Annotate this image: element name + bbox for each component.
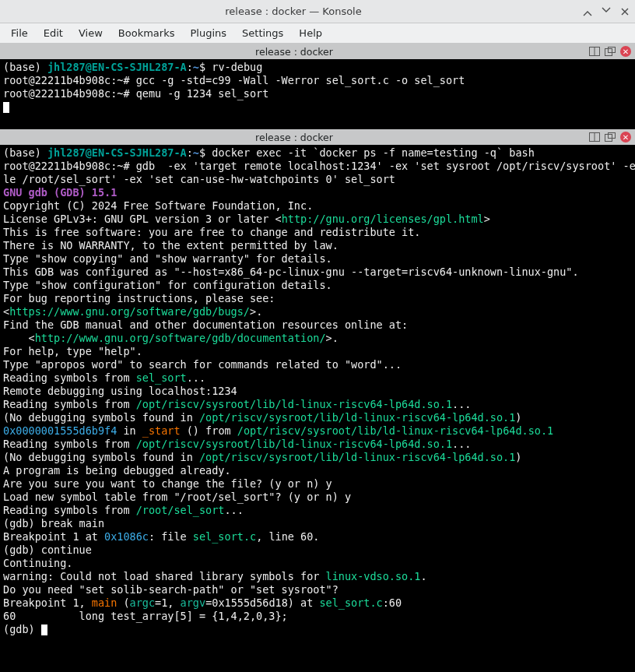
terminal-text: ... (452, 438, 471, 450)
terminal-text: This GDB was configured as "--host=x86_6… (3, 266, 579, 278)
menubar: File Edit View Bookmarks Plugins Setting… (0, 23, 635, 44)
terminal-top-content[interactable]: (base) jhl287@EN-CS-SJHL287-A:~$ rv-debu… (0, 59, 635, 129)
pane-bottom-titlebar: release : docker ✕ (0, 129, 635, 145)
terminal-line: This is free software: you are free to c… (3, 226, 632, 239)
terminal-text: : file (149, 530, 193, 543)
terminal-text: Continuing. (3, 557, 72, 569)
pane-top-split-icon[interactable] (588, 45, 601, 58)
terminal-line: root@22211b4b908c:~# gcc -g -std=c99 -Wa… (3, 74, 632, 87)
menu-plugins[interactable]: Plugins (184, 26, 233, 40)
terminal-line: Load new symbol table from "/root/sel_so… (3, 491, 632, 504)
menu-bookmarks[interactable]: Bookmarks (112, 26, 181, 40)
terminal-text: >. (326, 332, 339, 344)
menu-help[interactable]: Help (293, 26, 328, 40)
terminal-text: Type "show configuration" for configurat… (3, 279, 332, 291)
menu-file[interactable]: File (5, 26, 34, 40)
terminal-line: root@22211b4b908c:~# qemu -g 1234 sel_so… (3, 87, 632, 100)
close-button[interactable] (619, 6, 630, 17)
terminal-line: Reading symbols from sel_sort... (3, 371, 632, 385)
terminal-text: ( (117, 596, 129, 609)
terminal-text: warning: Could not load shared library s… (3, 570, 326, 582)
terminal-line: 60 long test_array[5] = {1,4,2,0,3}; (3, 610, 632, 623)
terminal-text: GNU gdb (GDB) 15.1 (3, 186, 117, 199)
terminal-text: Reading symbols from (3, 504, 136, 516)
terminal-text: jhl287@EN-CS-SJHL287-A (47, 61, 187, 73)
pane-top-controls: ✕ (588, 45, 635, 58)
terminal-line: Continuing. (3, 557, 632, 570)
terminal-text: () from (181, 424, 237, 437)
terminal-text: Load new symbol table from "/root/sel_so… (3, 491, 351, 503)
terminal-pane-bottom: release : docker ✕ (base) jhl287@EN-CS-S… (0, 129, 635, 672)
terminal-text: Type "show copying" and "show warranty" … (3, 252, 332, 265)
terminal-line: Breakpoint 1, main (argc=1, argv=0x1555d… (3, 596, 632, 610)
terminal-line: (gdb) break main (3, 517, 632, 530)
terminal-text: ... (224, 504, 243, 516)
terminal-text: Reading symbols from (3, 398, 136, 410)
terminal-text: ... (452, 398, 471, 410)
terminal-text: : (187, 61, 193, 73)
terminal-text: For bug reporting instructions, please s… (3, 292, 275, 304)
pane-bottom-close-button[interactable]: ✕ (619, 131, 632, 143)
pane-top-close-button[interactable]: ✕ (619, 45, 632, 58)
terminal-text: https://www.gnu.org/software/gdb/bugs/ (9, 305, 250, 318)
pane-bottom-title: release : docker (0, 131, 588, 144)
terminal-text: ) (515, 411, 521, 424)
terminal-text: Breakpoint 1, (3, 596, 92, 609)
minimize-icon (583, 7, 592, 16)
terminal-text: (gdb) continue (3, 544, 92, 556)
close-icon: ✕ (620, 132, 631, 142)
detach-icon (605, 132, 616, 142)
terminal-line: Reading symbols from /opt/riscv/sysroot/… (3, 438, 632, 451)
terminal-text: (No debugging symbols found in (3, 451, 199, 463)
terminal-text: root@22211b4b908c:~# gdb -ex 'target rem… (3, 160, 635, 172)
terminal-text: =1, (155, 596, 181, 609)
terminal-text: , line 60. (256, 530, 319, 543)
terminal-text: > (484, 213, 490, 225)
pane-bottom-detach-icon[interactable] (604, 131, 616, 143)
menu-settings[interactable]: Settings (236, 26, 289, 40)
terminal-text: le /root/sel_sort' -ex 'set can-use-hw-w… (3, 173, 395, 185)
terminal-line: Do you need "set solib-search-path" or "… (3, 583, 632, 596)
terminal-text: :60 (383, 596, 402, 609)
maximize-button[interactable] (601, 6, 612, 17)
terminal-text: /opt/riscv/sysroot/lib/ld-linux-riscv64-… (199, 451, 515, 463)
terminal-line (3, 100, 632, 114)
menu-edit[interactable]: Edit (37, 26, 69, 40)
terminal-text: Copyright (C) 2024 Free Software Foundat… (3, 199, 313, 212)
terminal-line: (No debugging symbols found in /opt/risc… (3, 451, 632, 464)
pane-bottom-controls: ✕ (588, 131, 635, 143)
terminal-text: argc (130, 596, 156, 609)
terminal-text: (base) (3, 146, 47, 159)
terminal-text: root@22211b4b908c:~# gcc -g -std=c99 -Wa… (3, 74, 465, 86)
terminal-line: GNU gdb (GDB) 15.1 (3, 186, 632, 199)
terminal-text: License GPLv3+: GNU GPL version 3 or lat… (3, 213, 282, 225)
terminal-line: <http://www.gnu.org/software/gdb/documen… (3, 332, 632, 345)
menu-view[interactable]: View (72, 26, 109, 40)
terminal-text: linux-vdso.so.1 (326, 570, 421, 582)
terminal-line: This GDB was configured as "--host=x86_6… (3, 266, 632, 279)
terminal-line: For bug reporting instructions, please s… (3, 292, 632, 305)
terminal-text: Find the GDB manual and other documentat… (3, 318, 408, 331)
terminal-text: For help, type "help". (3, 345, 142, 357)
window-controls (582, 6, 630, 17)
terminal-text: >. (250, 305, 262, 318)
terminal-line: For help, type "help". (3, 345, 632, 358)
terminal-line: warning: Could not load shared library s… (3, 570, 632, 583)
terminal-text: : (187, 146, 193, 159)
terminal-text: A program is being debugged already. (3, 464, 231, 477)
terminal-text: in (117, 424, 142, 437)
terminal-line: root@22211b4b908c:~# gdb -ex 'target rem… (3, 160, 632, 173)
terminal-text: Breakpoint 1 at (3, 530, 104, 543)
terminal-text: jhl287@EN-CS-SJHL287-A (47, 146, 187, 159)
terminal-text: ... (187, 371, 205, 384)
pane-bottom-split-icon[interactable] (588, 131, 601, 143)
minimize-button[interactable] (582, 6, 593, 17)
terminal-text: /root/sel_sort (136, 504, 225, 516)
pane-top-detach-icon[interactable] (604, 45, 616, 58)
terminal-bottom-content[interactable]: (base) jhl287@EN-CS-SJHL287-A:~$ docker … (0, 145, 635, 672)
terminal-text: sel_sort (136, 371, 187, 384)
terminal-text: argv (181, 596, 206, 609)
window-titlebar: release : docker — Konsole (0, 0, 635, 23)
terminal-text: This is free software: you are free to c… (3, 226, 420, 238)
terminal-text: =0x1555d56d18) at (205, 596, 319, 609)
